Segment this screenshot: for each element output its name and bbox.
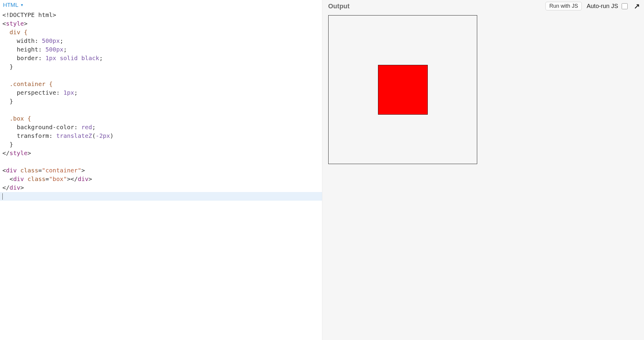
preview-container [328, 15, 477, 164]
editor-header: HTML ▼ [0, 0, 322, 10]
preview-area [322, 12, 644, 340]
run-button[interactable]: Run with JS [545, 2, 582, 10]
code-editor[interactable]: <!DOCTYPE html> <style> div { width: 500… [0, 10, 322, 340]
chevron-down-icon: ▼ [20, 3, 24, 7]
expand-icon[interactable]: ↗ [633, 3, 640, 10]
autorun-checkbox[interactable] [622, 3, 628, 9]
output-header: Output Run with JS Auto-run JS ↗ [322, 0, 644, 12]
autorun-toggle[interactable]: Auto-run JS [587, 2, 629, 10]
autorun-label: Auto-run JS [587, 3, 618, 10]
output-pane: Output Run with JS Auto-run JS ↗ [322, 0, 644, 340]
language-selector[interactable]: HTML ▼ [3, 2, 24, 8]
language-label: HTML [3, 2, 18, 8]
output-title: Output [328, 2, 541, 10]
preview-box [378, 65, 428, 115]
app-root: HTML ▼ <!DOCTYPE html> <style> div { wid… [0, 0, 644, 340]
editor-pane: HTML ▼ <!DOCTYPE html> <style> div { wid… [0, 0, 322, 340]
